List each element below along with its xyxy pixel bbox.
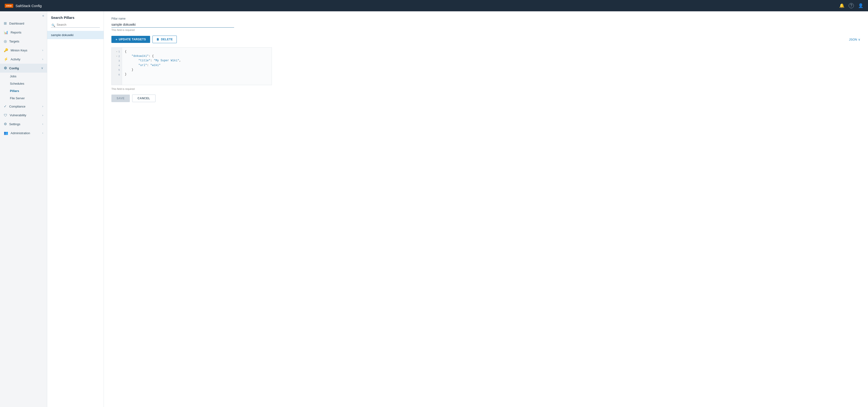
- json-toggle-label: JSON: [849, 38, 857, 41]
- sidebar-item-label: Targets: [9, 40, 19, 43]
- line-numbers: ▾ 1 ▾ 2 3 4 5: [112, 47, 122, 85]
- config-icon: ⚙: [4, 66, 7, 70]
- topnav-left: vmw SaltStack Config: [5, 4, 42, 8]
- save-label: SAVE: [117, 97, 125, 100]
- chevron-right-icon: ›: [42, 105, 43, 108]
- sidebar-item-dashboard[interactable]: ⊞ Dashboard: [0, 19, 47, 28]
- update-targets-button[interactable]: » UPDATE TARGETS: [112, 36, 150, 43]
- pillar-name-required: This field is required: [112, 29, 861, 31]
- sidebar-item-label: Dashboard: [9, 22, 24, 25]
- line-num-1: ▾ 1: [112, 49, 122, 54]
- sidebar-item-label: Activity: [11, 58, 20, 61]
- sidebar-item-label: Config: [9, 67, 19, 70]
- help-icon[interactable]: ?: [849, 3, 854, 8]
- cancel-button[interactable]: CANCEL: [132, 95, 156, 102]
- sidebar-item-config[interactable]: ⚙ Config ∨: [0, 64, 47, 73]
- vmware-logo: vmw: [5, 4, 13, 8]
- sidebar-item-minion-keys[interactable]: 🔑 Minion Keys ›: [0, 46, 47, 55]
- dashboard-icon: ⊞: [4, 21, 7, 26]
- sidebar-sub-item-file-server[interactable]: File Server: [0, 95, 47, 102]
- fold-icon[interactable]: ▾: [116, 50, 117, 54]
- json-toggle[interactable]: JSON ∨: [849, 38, 861, 41]
- compliance-icon: ✓: [4, 104, 7, 108]
- fold-icon[interactable]: ▾: [116, 55, 117, 58]
- vulnerability-icon: 🛡: [4, 113, 7, 117]
- line-num-5: 5: [112, 68, 122, 73]
- code-line-6: }: [125, 72, 269, 77]
- action-bar: » UPDATE TARGETS 🗑 DELETE JSON ∨: [112, 36, 861, 43]
- sidebar-sub-item-pillars[interactable]: Pillars: [0, 87, 47, 95]
- search-icon: 🔍: [52, 24, 55, 27]
- collapse-button[interactable]: «: [0, 11, 47, 19]
- sidebar-sub-item-schedules[interactable]: Schedules: [0, 80, 47, 87]
- pillar-name-input[interactable]: [112, 22, 234, 28]
- delete-button[interactable]: 🗑 DELETE: [152, 36, 177, 43]
- sidebar: « ⊞ Dashboard 📊 Reports ◎ Targets 🔑 Mini…: [0, 11, 47, 407]
- update-targets-label: UPDATE TARGETS: [119, 38, 146, 41]
- pillar-item-label: sample dokuwiki: [51, 33, 73, 37]
- administration-icon: 👥: [4, 131, 8, 135]
- sidebar-item-compliance[interactable]: ✓ Compliance ›: [0, 102, 47, 111]
- delete-icon: 🗑: [156, 38, 159, 41]
- save-button[interactable]: SAVE: [112, 95, 130, 102]
- line-num-6: 6: [112, 73, 122, 77]
- search-panel: Search Pillars 🔍 sample dokuwiki: [47, 11, 104, 407]
- sidebar-item-reports[interactable]: 📊 Reports: [0, 28, 47, 37]
- chevron-right-icon: ›: [42, 48, 43, 52]
- sub-item-label: Pillars: [10, 89, 19, 93]
- main-layout: « ⊞ Dashboard 📊 Reports ◎ Targets 🔑 Mini…: [0, 11, 868, 407]
- topnav: vmw SaltStack Config 🔔 ? 👤: [0, 0, 868, 11]
- line-num-4: 4: [112, 63, 122, 68]
- minion-keys-icon: 🔑: [4, 48, 8, 53]
- targets-icon: ◎: [4, 39, 7, 43]
- line-num-2: ▾ 2: [112, 54, 122, 59]
- delete-label: DELETE: [161, 38, 173, 41]
- line-num-3: 3: [112, 59, 122, 63]
- search-panel-title: Search Pillars: [47, 11, 103, 22]
- code-line-4: "url": "wiki": [125, 63, 269, 68]
- sidebar-item-settings[interactable]: ⚙ Settings ›: [0, 120, 47, 129]
- pillar-name-label: Pillar name: [112, 17, 861, 20]
- sidebar-sub-item-jobs[interactable]: Jobs: [0, 73, 47, 80]
- sidebar-item-label: Reports: [11, 31, 22, 34]
- sub-item-label: File Server: [10, 96, 25, 100]
- topnav-right: 🔔 ? 👤: [839, 3, 863, 8]
- code-line-1: {: [125, 49, 269, 54]
- chevron-right-icon: ›: [42, 114, 43, 117]
- sidebar-item-vulnerability[interactable]: 🛡 Vulnerability ›: [0, 111, 47, 120]
- chevron-down-icon: ∨: [858, 38, 861, 41]
- code-content: { "dokuwiki": { "title": "My Super Wiki"…: [122, 47, 272, 85]
- code-editor[interactable]: ▾ 1 ▾ 2 3 4 5: [112, 47, 272, 85]
- sidebar-item-administration[interactable]: 👥 Administration ›: [0, 129, 47, 137]
- code-line-3: "title": "My Super Wiki",: [125, 59, 269, 63]
- pillar-list-item[interactable]: sample dokuwiki: [47, 31, 103, 39]
- settings-icon: ⚙: [4, 122, 7, 126]
- collapse-icon[interactable]: «: [42, 14, 44, 18]
- user-icon[interactable]: 👤: [858, 3, 863, 8]
- sidebar-item-targets[interactable]: ◎ Targets: [0, 37, 47, 46]
- cancel-label: CANCEL: [137, 97, 150, 100]
- form-actions: SAVE CANCEL: [112, 95, 861, 102]
- sidebar-item-label: Administration: [11, 131, 30, 135]
- search-input-wrap: 🔍: [47, 22, 103, 31]
- code-required: This field is required: [112, 88, 861, 90]
- sidebar-item-label: Minion Keys: [11, 48, 27, 52]
- sub-item-label: Jobs: [10, 74, 16, 78]
- sidebar-item-label: Settings: [9, 123, 20, 126]
- update-targets-arrows-icon: »: [116, 38, 117, 41]
- bell-icon[interactable]: 🔔: [839, 3, 844, 8]
- search-input[interactable]: [51, 22, 100, 28]
- chevron-down-icon: ∨: [41, 67, 43, 70]
- activity-icon: ⚡: [4, 57, 8, 61]
- chevron-right-icon: ›: [42, 58, 43, 61]
- reports-icon: 📊: [4, 30, 8, 34]
- code-line-5: }: [125, 68, 269, 72]
- sidebar-item-label: Compliance: [9, 105, 26, 108]
- content-area: Search Pillars 🔍 sample dokuwiki Pillar …: [47, 11, 868, 407]
- detail-panel: Pillar name This field is required » UPD…: [104, 11, 868, 407]
- chevron-right-icon: ›: [42, 123, 43, 126]
- sidebar-item-label: Vulnerability: [10, 113, 26, 117]
- chevron-right-icon: ›: [42, 131, 43, 135]
- sidebar-item-activity[interactable]: ⚡ Activity ›: [0, 55, 47, 64]
- code-line-2: "dokuwiki": {: [125, 54, 269, 59]
